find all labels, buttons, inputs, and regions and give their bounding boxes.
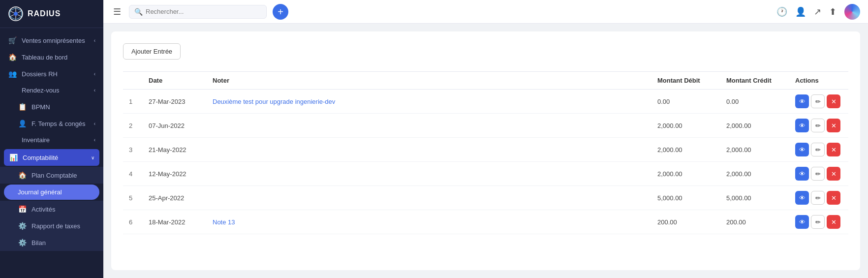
table-row: 321-May-20222,000.002,000.00👁✏✕ — [123, 138, 848, 162]
sidebar-item-dossiers[interactable]: 👥 Dossiers RH ‹ — [0, 65, 103, 82]
cart-icon: 🛒 — [8, 36, 17, 44]
sidebar-item-inventaire[interactable]: Inventaire ‹ — [0, 132, 103, 148]
sidebar-item-activites[interactable]: 📅 Activités — [0, 201, 103, 217]
hamburger-icon: ☰ — [113, 7, 121, 17]
eye-icon: 👁 — [799, 170, 806, 178]
svg-line-8 — [10, 11, 14, 13]
history-icon[interactable]: 🕐 — [776, 6, 787, 17]
row-note — [207, 114, 651, 138]
svg-line-4 — [18, 11, 22, 13]
search-input[interactable] — [146, 8, 261, 15]
share-icon[interactable]: ↗ — [814, 6, 821, 17]
globe-icon[interactable] — [844, 4, 860, 20]
row-debit: 0.00 — [651, 90, 720, 114]
chevron-icon: ‹ — [94, 71, 95, 77]
chart-icon: 📊 — [9, 154, 18, 161]
sidebar-item-rapport-taxes[interactable]: ⚙️ Rapport de taxes — [0, 217, 103, 234]
search-icon: 🔍 — [134, 8, 143, 16]
view-button[interactable]: 👁 — [795, 167, 809, 181]
view-button[interactable]: 👁 — [795, 191, 809, 205]
delete-button[interactable]: ✕ — [827, 143, 840, 156]
row-num: 5 — [123, 186, 143, 210]
pencil-icon: ✏ — [815, 194, 821, 202]
home-icon: 🏠 — [8, 53, 17, 61]
pencil-icon: ✏ — [815, 122, 821, 129]
view-button[interactable]: 👁 — [795, 215, 809, 229]
row-debit: 2,000.00 — [651, 114, 720, 138]
delete-button[interactable]: ✕ — [827, 119, 840, 132]
eye-icon: 👁 — [799, 218, 806, 226]
row-actions: 👁✏✕ — [789, 162, 848, 186]
view-button[interactable]: 👁 — [795, 119, 809, 132]
row-date: 07-Jun-2022 — [143, 114, 207, 138]
pencil-icon: ✏ — [815, 146, 821, 154]
table-row: 127-Mar-2023Deuxième test pour upgrade i… — [123, 90, 848, 114]
edit-button[interactable]: ✏ — [811, 167, 825, 181]
delete-button[interactable]: ✕ — [827, 94, 840, 108]
edit-button[interactable]: ✏ — [811, 143, 825, 156]
close-icon: ✕ — [831, 122, 837, 129]
hamburger-button[interactable]: ☰ — [111, 4, 123, 19]
add-global-button[interactable]: + — [273, 4, 288, 20]
export-icon[interactable]: ⬆ — [829, 6, 837, 17]
col-note: Noter — [207, 72, 651, 90]
pencil-icon: ✏ — [815, 170, 821, 178]
sidebar-item-temps[interactable]: 👤 F. Temps & congés ‹ — [0, 115, 103, 132]
main: ☰ 🔍 + 🕐 👤 ↗ ⬆ Ajouter Entrée Date Noter … — [103, 0, 868, 278]
row-note: Deuxième test pour upgrade ingenierie-de… — [207, 90, 651, 114]
row-actions: 👁✏✕ — [789, 114, 848, 138]
row-debit: 5,000.00 — [651, 186, 720, 210]
row-actions: 👁✏✕ — [789, 90, 848, 114]
svg-line-7 — [10, 15, 14, 17]
svg-point-2 — [14, 12, 18, 16]
sidebar-item-ventes[interactable]: 🛒 Ventes omniprésentes ‹ — [0, 32, 103, 49]
close-icon: ✕ — [831, 170, 837, 178]
sidebar-item-bpmn[interactable]: 📋 BPMN — [0, 98, 103, 115]
delete-button[interactable]: ✕ — [827, 215, 840, 229]
edit-button[interactable]: ✏ — [811, 94, 825, 108]
sidebar: RADIUS 🛒 Ventes omniprésentes ‹ 🏠 Tablea… — [0, 0, 103, 278]
sidebar-item-comptabilite[interactable]: 📊 Comptabilité ∨ — [4, 149, 99, 166]
close-icon: ✕ — [831, 98, 837, 105]
col-debit: Montant Débit — [651, 72, 720, 90]
edit-button[interactable]: ✏ — [811, 215, 825, 229]
add-entry-button[interactable]: Ajouter Entrée — [123, 43, 181, 60]
delete-button[interactable]: ✕ — [827, 167, 840, 181]
row-actions: 👁✏✕ — [789, 186, 848, 210]
row-actions: 👁✏✕ — [789, 210, 848, 234]
sidebar-item-rendezvous[interactable]: Rendez-vous ‹ — [0, 82, 103, 98]
row-credit: 2,000.00 — [720, 114, 789, 138]
row-date: 12-May-2022 — [143, 162, 207, 186]
view-button[interactable]: 👁 — [795, 143, 809, 156]
sidebar-nav: 🛒 Ventes omniprésentes ‹ 🏠 Tableau de bo… — [0, 28, 103, 278]
eye-icon: 👁 — [799, 122, 806, 129]
topbar: ☰ 🔍 + 🕐 👤 ↗ ⬆ — [103, 0, 868, 24]
row-note — [207, 186, 651, 210]
row-date: 27-Mar-2023 — [143, 90, 207, 114]
bilan-icon: ⚙️ — [18, 239, 27, 247]
bpmn-icon: 📋 — [18, 103, 27, 111]
radius-logo-icon — [8, 6, 24, 22]
eye-icon: 👁 — [799, 194, 806, 202]
sidebar-item-journal-general[interactable]: Journal général — [4, 185, 99, 200]
edit-button[interactable]: ✏ — [811, 119, 825, 132]
close-icon: ✕ — [831, 194, 837, 202]
user-add-icon[interactable]: 👤 — [795, 6, 806, 17]
main-content: Ajouter Entrée Date Noter Montant Débit … — [111, 31, 860, 270]
sidebar-logo: RADIUS — [0, 0, 103, 28]
edit-button[interactable]: ✏ — [811, 191, 825, 205]
chevron-icon: ‹ — [94, 137, 95, 143]
pencil-icon: ✏ — [815, 218, 821, 226]
row-num: 3 — [123, 138, 143, 162]
row-note: Note 13 — [207, 210, 651, 234]
sidebar-item-bilan[interactable]: ⚙️ Bilan — [0, 234, 103, 251]
view-button[interactable]: 👁 — [795, 94, 809, 108]
delete-button[interactable]: ✕ — [827, 191, 840, 205]
row-num: 1 — [123, 90, 143, 114]
row-date: 18-Mar-2022 — [143, 210, 207, 234]
row-debit: 2,000.00 — [651, 138, 720, 162]
sidebar-item-tableau[interactable]: 🏠 Tableau de bord — [0, 49, 103, 65]
close-icon: ✕ — [831, 218, 837, 226]
sidebar-item-plan-comptable[interactable]: 🏠 Plan Comptable — [0, 167, 103, 184]
user-icon: 👤 — [18, 120, 27, 127]
